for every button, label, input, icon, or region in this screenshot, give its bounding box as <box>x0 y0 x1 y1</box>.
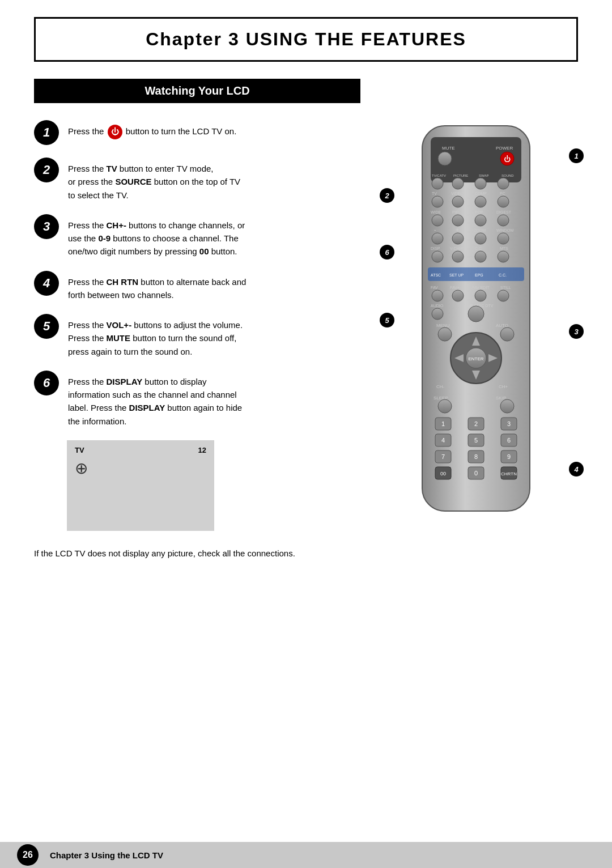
svg-point-37 <box>475 233 486 244</box>
svg-text:CH+: CH+ <box>499 384 508 389</box>
step-4-num: 4 <box>34 271 59 296</box>
svg-text:SWAP: SWAP <box>479 174 488 177</box>
svg-point-46 <box>498 251 509 262</box>
svg-point-57 <box>452 290 464 301</box>
svg-text:+: + <box>456 227 459 233</box>
main-content: 1 Press the button to turn the LCD TV on… <box>34 120 578 560</box>
step-1: 1 Press the button to turn the LCD TV on… <box>34 120 368 145</box>
steps-column: 1 Press the button to turn the LCD TV on… <box>34 120 368 560</box>
svg-text:WIDE: WIDE <box>431 210 441 214</box>
svg-point-80 <box>500 399 514 413</box>
svg-point-59 <box>498 290 509 301</box>
step-5-num: 5 <box>34 314 59 339</box>
svg-text:DIGEST: DIGEST <box>496 210 512 214</box>
svg-point-29 <box>475 215 486 226</box>
svg-text:PIP: PIP <box>452 210 459 214</box>
step-1-num: 1 <box>34 120 59 145</box>
svg-text:CHRTN: CHRTN <box>501 471 517 476</box>
svg-text:-: - <box>434 227 436 233</box>
svg-point-44 <box>452 251 464 262</box>
tv-display-box: TV 12 ⊕ <box>67 440 214 531</box>
callout-4: 4 <box>569 462 584 476</box>
footer-page-number: 26 <box>17 844 39 866</box>
svg-point-79 <box>438 399 452 413</box>
svg-text:CH-: CH- <box>436 384 445 389</box>
step-3-text: Press the CH+- buttons to change channel… <box>68 214 245 258</box>
step-3: 3 Press the CH+- buttons to change chann… <box>34 214 368 258</box>
step-4: 4 Press the CH RTN button to alternate b… <box>34 271 368 302</box>
page-container: Chapter 3 USING THE FEATURES Watching Yo… <box>0 0 612 868</box>
svg-text:00: 00 <box>440 471 446 476</box>
callout-1: 1 <box>569 148 584 163</box>
svg-text:MUTE: MUTE <box>442 146 455 151</box>
svg-text:PC: PC <box>500 192 505 195</box>
svg-text:COMP: COMP <box>475 192 487 195</box>
step-3-num: 3 <box>34 214 59 239</box>
svg-point-21 <box>475 196 486 207</box>
step-5: 5 Press the VOL+- buttons to adjust the … <box>34 314 368 358</box>
svg-point-62 <box>432 308 443 320</box>
callout-3: 3 <box>569 324 584 339</box>
svg-text:3: 3 <box>507 420 511 427</box>
svg-point-12 <box>452 178 464 189</box>
svg-text:5: 5 <box>474 437 478 444</box>
svg-point-22 <box>498 196 509 207</box>
callout-2: 2 <box>380 188 394 203</box>
svg-point-27 <box>432 215 443 226</box>
svg-text:FAV EDIT: FAV EDIT <box>472 286 490 290</box>
callout-6: 6 <box>380 245 394 259</box>
svg-point-14 <box>498 178 509 189</box>
svg-point-28 <box>452 215 464 226</box>
svg-point-36 <box>452 233 464 244</box>
svg-text:V-CHIP: V-CHIP <box>450 246 464 250</box>
step-4-text: Press the CH RTN button to alternate bac… <box>68 271 246 302</box>
svg-text:POP: POP <box>475 210 483 214</box>
step-6-text: Press the DISPLAY button to display info… <box>68 371 242 428</box>
svg-point-11 <box>432 178 443 189</box>
svg-point-13 <box>475 178 486 189</box>
svg-point-66 <box>438 327 452 341</box>
chapter-heading: Chapter 3 USING THE FEATURES <box>34 17 578 62</box>
section-title: Watching Your LCD <box>144 84 249 97</box>
svg-point-38 <box>498 233 509 244</box>
svg-text:WINDOW: WINDOW <box>496 228 514 232</box>
footer-chapter-text: Chapter 3 Using the LCD TV <box>50 850 163 860</box>
step-2: 2 Press the TV button to enter TV mode, … <box>34 158 368 202</box>
svg-point-43 <box>432 251 443 262</box>
svg-point-63 <box>468 306 484 322</box>
svg-point-20 <box>452 196 464 207</box>
svg-text:PICTURE: PICTURE <box>453 174 468 177</box>
svg-point-67 <box>500 327 514 341</box>
tv-display-labels: TV 12 <box>75 446 206 454</box>
svg-text:EPG: EPG <box>475 273 483 277</box>
step-5-text: Press the VOL+- buttons to adjust the vo… <box>68 314 243 358</box>
power-button-icon <box>108 125 122 139</box>
svg-text:2: 2 <box>474 420 478 427</box>
chapter-title: Chapter 3 USING THE FEATURES <box>47 29 565 50</box>
svg-point-30 <box>498 215 509 226</box>
svg-text:FAV+: FAV+ <box>450 286 460 290</box>
svg-text:0: 0 <box>474 470 478 476</box>
tv-channel-icon: ⊕ <box>75 459 206 478</box>
section-heading: Watching Your LCD <box>34 79 360 103</box>
svg-text:ZOOM: ZOOM <box>474 228 486 232</box>
tv-label-right: 12 <box>198 446 206 454</box>
svg-text:FAV: FAV <box>431 286 438 290</box>
step-1-text: Press the button to turn the LCD TV on. <box>68 120 236 139</box>
step-6: 6 Press the DISPLAY button to display in… <box>34 371 368 428</box>
svg-text:SOUND: SOUND <box>502 174 514 177</box>
svg-text:TV: TV <box>432 192 437 195</box>
step-6-num: 6 <box>34 371 59 395</box>
svg-point-56 <box>432 290 443 301</box>
svg-text:6: 6 <box>507 437 511 444</box>
svg-point-35 <box>432 233 443 244</box>
remote-wrapper: MUTE POWER ⏻ TV/CATV PICTURE SWAP SOUND <box>391 120 572 519</box>
svg-point-19 <box>432 196 443 207</box>
step-2-num: 2 <box>34 158 59 182</box>
svg-text:TV/CATV: TV/CATV <box>432 174 446 177</box>
remote-column: MUTE POWER ⏻ TV/CATV PICTURE SWAP SOUND <box>385 120 578 519</box>
svg-text:ENTER: ENTER <box>468 356 483 361</box>
svg-text:C.C.: C.C. <box>499 273 507 277</box>
svg-text:MENU: MENU <box>436 323 450 328</box>
svg-text:AUDIO: AUDIO <box>431 304 444 308</box>
